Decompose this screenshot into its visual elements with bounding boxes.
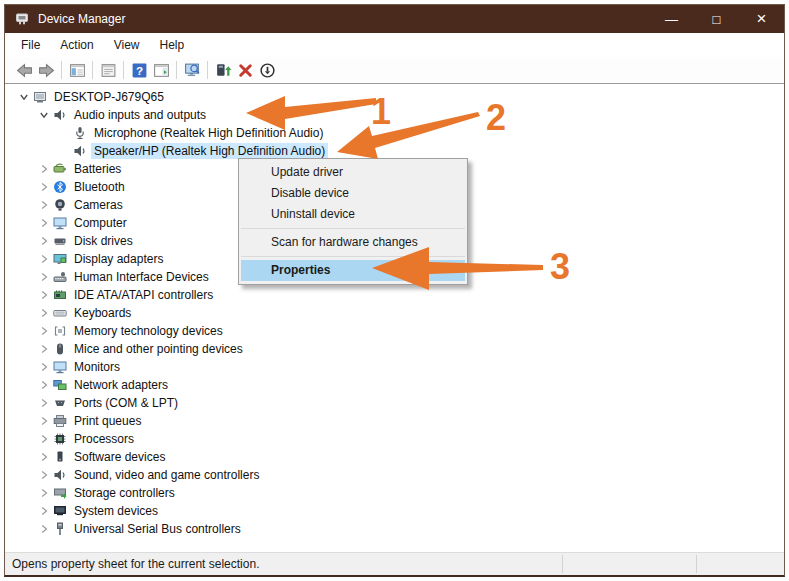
tree-item-storage-controllers[interactable]: Storage controllers xyxy=(5,484,784,502)
tree-item-label: Keyboards xyxy=(71,305,134,321)
chevron-right-icon[interactable] xyxy=(37,198,51,212)
toolbar-back-button[interactable] xyxy=(13,59,35,81)
toolbar-uninstall-device-button[interactable] xyxy=(234,59,256,81)
toolbar-properties-panel-button[interactable] xyxy=(97,59,119,81)
chevron-right-icon[interactable] xyxy=(37,216,51,230)
audio-icon xyxy=(53,108,67,122)
tree-item-system-devices[interactable]: System devices xyxy=(5,502,784,520)
chevron-right-icon[interactable] xyxy=(37,234,51,248)
menu-action[interactable]: Action xyxy=(50,33,103,57)
toolbar-update-driver-button[interactable] xyxy=(212,59,234,81)
chevron-right-icon[interactable] xyxy=(37,306,51,320)
tree-item-processors[interactable]: Processors xyxy=(5,430,784,448)
toolbar-help-button[interactable]: ? xyxy=(128,59,150,81)
tree-item-label: Computer xyxy=(71,215,130,231)
tree-item-label: Print queues xyxy=(71,413,144,429)
chevron-right-icon[interactable] xyxy=(37,270,51,284)
system-icon xyxy=(53,504,67,518)
device-manager-window: Device Manager — □ × FileActionViewHelp … xyxy=(4,4,785,577)
tree-item-label: Monitors xyxy=(71,359,123,375)
chevron-right-icon[interactable] xyxy=(37,522,51,536)
window-controls: — □ × xyxy=(649,5,784,33)
status-bar: Opens property sheet for the current sel… xyxy=(5,552,784,575)
tree-item-monitors[interactable]: Monitors xyxy=(5,358,784,376)
tree-item-network-adapters[interactable]: Network adapters xyxy=(5,376,784,394)
chevron-right-icon[interactable] xyxy=(37,468,51,482)
help-icon: ? xyxy=(131,62,148,79)
chevron-right-icon[interactable] xyxy=(37,432,51,446)
menu-view[interactable]: View xyxy=(104,33,150,57)
chevron-right-icon[interactable] xyxy=(37,342,51,356)
svg-text:?: ? xyxy=(135,63,142,76)
minimize-button[interactable]: — xyxy=(649,5,694,33)
toolbar: ? xyxy=(5,57,784,84)
chevron-right-icon[interactable] xyxy=(37,450,51,464)
toolbar-disable-device-button[interactable] xyxy=(256,59,278,81)
tree-item-keyboards[interactable]: Keyboards xyxy=(5,304,784,322)
chevron-right-icon[interactable] xyxy=(37,378,51,392)
keyboard-icon xyxy=(53,306,67,320)
chevron-down-icon[interactable] xyxy=(17,90,31,104)
disk-icon xyxy=(53,234,67,248)
screen: Device Manager — □ × FileActionViewHelp … xyxy=(0,0,789,581)
menu-file[interactable]: File xyxy=(11,33,50,57)
device-manager-icon xyxy=(14,11,30,27)
display-adapter-icon xyxy=(53,252,67,266)
menu-bar: FileActionViewHelp xyxy=(5,33,784,57)
maximize-button[interactable]: □ xyxy=(694,5,739,33)
chevron-right-icon[interactable] xyxy=(37,414,51,428)
properties-panel-icon xyxy=(100,62,117,79)
uninstall-device-icon xyxy=(237,62,254,79)
tree-item-sound-video-and-game-controllers[interactable]: Sound, video and game controllers xyxy=(5,466,784,484)
monitor-icon xyxy=(53,360,67,374)
tree-item-label: Memory technology devices xyxy=(71,323,226,339)
toolbar-scan-hardware-button[interactable] xyxy=(181,59,203,81)
chevron-right-icon[interactable] xyxy=(37,324,51,338)
tree-item-desktop-j679q65[interactable]: DESKTOP-J679Q65 xyxy=(5,88,784,106)
tree-item-label: DESKTOP-J679Q65 xyxy=(51,89,167,105)
menu-help[interactable]: Help xyxy=(150,33,195,57)
ide-controller-icon xyxy=(53,288,67,302)
tree-item-audio-inputs-and-outputs[interactable]: Audio inputs and outputs xyxy=(5,106,784,124)
tree-item-label: IDE ATA/ATAPI controllers xyxy=(71,287,216,303)
context-item-update-driver[interactable]: Update driver xyxy=(241,162,465,183)
memory-icon xyxy=(53,324,67,338)
tree-item-label: Processors xyxy=(71,431,137,447)
context-item-scan-for-hardware-changes[interactable]: Scan for hardware changes xyxy=(241,232,465,253)
tree-item-label: Speaker/HP (Realtek High Definition Audi… xyxy=(91,143,328,159)
tree-item-label: Mice and other pointing devices xyxy=(71,341,246,357)
chevron-right-icon[interactable] xyxy=(37,486,51,500)
scan-hardware-icon xyxy=(184,62,201,79)
hid-icon xyxy=(53,270,67,284)
tree-item-universal-serial-bus-controllers[interactable]: Universal Serial Bus controllers xyxy=(5,520,784,538)
tree-item-ide-ata-atapi-controllers[interactable]: IDE ATA/ATAPI controllers xyxy=(5,286,784,304)
tree-item-label: Audio inputs and outputs xyxy=(71,107,209,123)
computer-icon xyxy=(33,90,47,104)
tree-item-label: Software devices xyxy=(71,449,168,465)
chevron-right-icon[interactable] xyxy=(37,180,51,194)
chevron-right-icon[interactable] xyxy=(37,252,51,266)
chevron-right-icon[interactable] xyxy=(37,288,51,302)
close-button[interactable]: × xyxy=(739,5,784,33)
tree-item-memory-technology-devices[interactable]: Memory technology devices xyxy=(5,322,784,340)
toolbar-forward-button[interactable] xyxy=(35,59,57,81)
device-tree-pane: DESKTOP-J679Q65Audio inputs and outputsM… xyxy=(5,84,784,552)
chevron-right-icon[interactable] xyxy=(37,396,51,410)
toolbar-console-tree-button[interactable] xyxy=(66,59,88,81)
context-item-uninstall-device[interactable]: Uninstall device xyxy=(241,204,465,225)
context-item-properties[interactable]: Properties xyxy=(241,260,465,281)
chevron-spacer xyxy=(57,126,71,140)
context-item-disable-device[interactable]: Disable device xyxy=(241,183,465,204)
chevron-right-icon[interactable] xyxy=(37,504,51,518)
tree-item-mice-and-other-pointing-devices[interactable]: Mice and other pointing devices xyxy=(5,340,784,358)
title-bar: Device Manager — □ × xyxy=(5,5,784,33)
chevron-down-icon[interactable] xyxy=(37,108,51,122)
window-title: Device Manager xyxy=(38,12,649,26)
toolbar-action-pane-button[interactable] xyxy=(150,59,172,81)
tree-item-ports-com-lpt[interactable]: Ports (COM & LPT) xyxy=(5,394,784,412)
chevron-right-icon[interactable] xyxy=(37,162,51,176)
tree-item-print-queues[interactable]: Print queues xyxy=(5,412,784,430)
chevron-right-icon[interactable] xyxy=(37,360,51,374)
tree-item-microphone-realtek-high-definition-audio[interactable]: Microphone (Realtek High Definition Audi… xyxy=(5,124,784,142)
tree-item-software-devices[interactable]: Software devices xyxy=(5,448,784,466)
